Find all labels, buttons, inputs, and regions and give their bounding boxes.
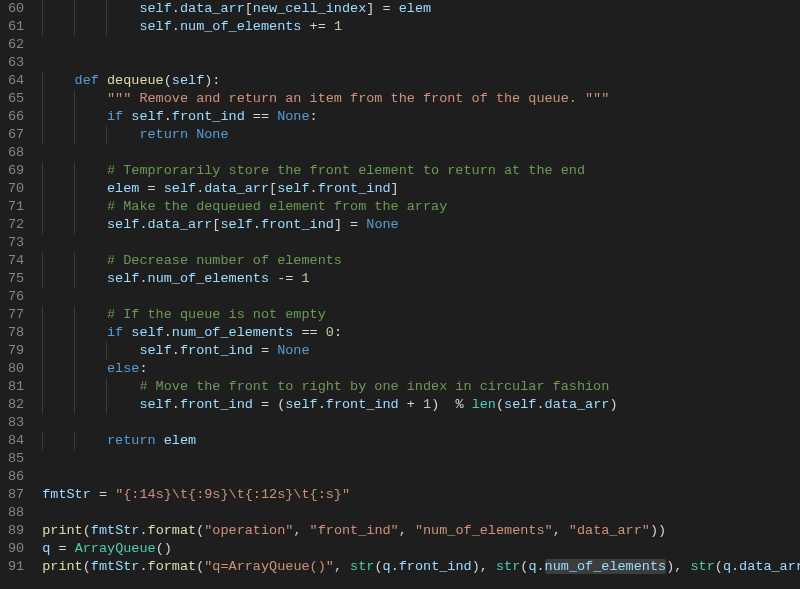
code-line[interactable]	[42, 54, 800, 72]
line-number: 73	[8, 234, 24, 252]
indent-guide	[42, 0, 43, 18]
token-op: :	[310, 109, 318, 124]
token-var: data_arr	[545, 397, 610, 412]
token-com: # Decrease number of elements	[107, 253, 342, 268]
indent-guide	[42, 378, 43, 396]
indent-guide	[42, 198, 43, 216]
code-line[interactable]: # Temprorarily store the front element t…	[42, 162, 800, 180]
line-number: 90	[8, 540, 24, 558]
indent-guide	[106, 0, 107, 18]
token-op: :	[139, 361, 147, 376]
code-line[interactable]: self.data_arr[self.front_ind] = None	[42, 216, 800, 234]
token-num: 1	[423, 397, 431, 412]
code-line[interactable]	[42, 504, 800, 522]
token-com: # Temprorarily store the front element t…	[107, 163, 585, 178]
token-var: data_arr	[180, 1, 245, 16]
token-var: self	[504, 397, 536, 412]
code-line[interactable]: # Decrease number of elements	[42, 252, 800, 270]
token-op: .	[139, 271, 147, 286]
code-text: print(fmtStr.format("operation", "front_…	[42, 523, 666, 538]
token-func: print	[42, 523, 83, 538]
token-var: self	[139, 1, 171, 16]
code-line[interactable]: return elem	[42, 432, 800, 450]
code-line[interactable]: # Make the dequeued element from the arr…	[42, 198, 800, 216]
code-line[interactable]: # Move the front to right by one index i…	[42, 378, 800, 396]
code-line[interactable]: elem = self.data_arr[self.front_ind]	[42, 180, 800, 198]
code-line[interactable]	[42, 234, 800, 252]
token-op: .	[391, 559, 399, 574]
token-op: ]	[366, 1, 382, 16]
token-op: ] =	[334, 217, 366, 232]
code-line[interactable]: fmtStr = "{:14s}\t{:9s}\t{:12s}\t{:s}"	[42, 486, 800, 504]
token-op: [	[245, 1, 253, 16]
token-op: +	[399, 397, 423, 412]
code-line[interactable]: q = ArrayQueue()	[42, 540, 800, 558]
code-line[interactable]: self.front_ind = None	[42, 342, 800, 360]
code-line[interactable]: self.num_of_elements -= 1	[42, 270, 800, 288]
token-op: .	[172, 19, 180, 34]
code-line[interactable]	[42, 144, 800, 162]
code-line[interactable]: print(fmtStr.format("q=ArrayQueue()", st…	[42, 558, 800, 576]
code-editor[interactable]: 6061626364656667686970717273747576777879…	[0, 0, 800, 589]
token-num: 1	[301, 271, 309, 286]
token-var: self	[172, 73, 204, 88]
indent-guide	[42, 18, 43, 36]
token-var: front_ind	[172, 109, 245, 124]
indent-guide	[42, 360, 43, 378]
code-line[interactable]: self.num_of_elements += 1	[42, 18, 800, 36]
code-line[interactable]: self.front_ind = (self.front_ind + 1) % …	[42, 396, 800, 414]
indent-guide	[74, 18, 75, 36]
indent-guide	[74, 216, 75, 234]
token-op: ==	[293, 325, 325, 340]
code-line[interactable]	[42, 414, 800, 432]
indent-guide	[106, 378, 107, 396]
token-var_hl: num_of_elements	[545, 559, 667, 574]
token-op: )	[609, 397, 617, 412]
code-line[interactable]: return None	[42, 126, 800, 144]
code-line[interactable]: else:	[42, 360, 800, 378]
token-func: print	[42, 559, 83, 574]
indent-guide	[42, 126, 43, 144]
code-text: self.data_arr[self.front_ind] = None	[42, 217, 399, 232]
code-text: q = ArrayQueue()	[42, 541, 172, 556]
token-var: num_of_elements	[172, 325, 294, 340]
token-builtin: ArrayQueue	[75, 541, 156, 556]
line-number: 87	[8, 486, 24, 504]
token-str: "data_arr"	[569, 523, 650, 538]
line-number: 64	[8, 72, 24, 90]
code-area[interactable]: self.data_arr[new_cell_index] = elem sel…	[38, 0, 800, 589]
token-op: ):	[204, 73, 220, 88]
line-number: 62	[8, 36, 24, 54]
code-line[interactable]	[42, 450, 800, 468]
code-line[interactable]: # If the queue is not empty	[42, 306, 800, 324]
code-text: else:	[42, 361, 147, 376]
token-op: .	[139, 559, 147, 574]
code-line[interactable]	[42, 468, 800, 486]
code-line[interactable]: def dequeue(self):	[42, 72, 800, 90]
token-var: q	[383, 559, 391, 574]
token-var: front_ind	[261, 217, 334, 232]
token-str: """ Remove and return an item from the f…	[107, 91, 609, 106]
code-line[interactable]: if self.front_ind == None:	[42, 108, 800, 126]
line-number: 61	[8, 18, 24, 36]
token-var: self	[131, 325, 163, 340]
token-op: (	[83, 559, 91, 574]
token-op: .	[172, 1, 180, 16]
code-line[interactable]: if self.num_of_elements == 0:	[42, 324, 800, 342]
line-number: 82	[8, 396, 24, 414]
indent-guide	[42, 216, 43, 234]
code-line[interactable]	[42, 36, 800, 54]
token-const: None	[277, 109, 309, 124]
line-number-gutter: 6061626364656667686970717273747576777879…	[0, 0, 38, 589]
indent-guide	[74, 432, 75, 450]
indent-guide	[42, 180, 43, 198]
code-line[interactable]: print(fmtStr.format("operation", "front_…	[42, 522, 800, 540]
token-op: ),	[472, 559, 496, 574]
code-line[interactable]: self.data_arr[new_cell_index] = elem	[42, 0, 800, 18]
token-op: ))	[650, 523, 666, 538]
token-builtin: str	[496, 559, 520, 574]
line-number: 68	[8, 144, 24, 162]
token-var: front_ind	[180, 343, 253, 358]
code-line[interactable]	[42, 288, 800, 306]
code-line[interactable]: """ Remove and return an item from the f…	[42, 90, 800, 108]
